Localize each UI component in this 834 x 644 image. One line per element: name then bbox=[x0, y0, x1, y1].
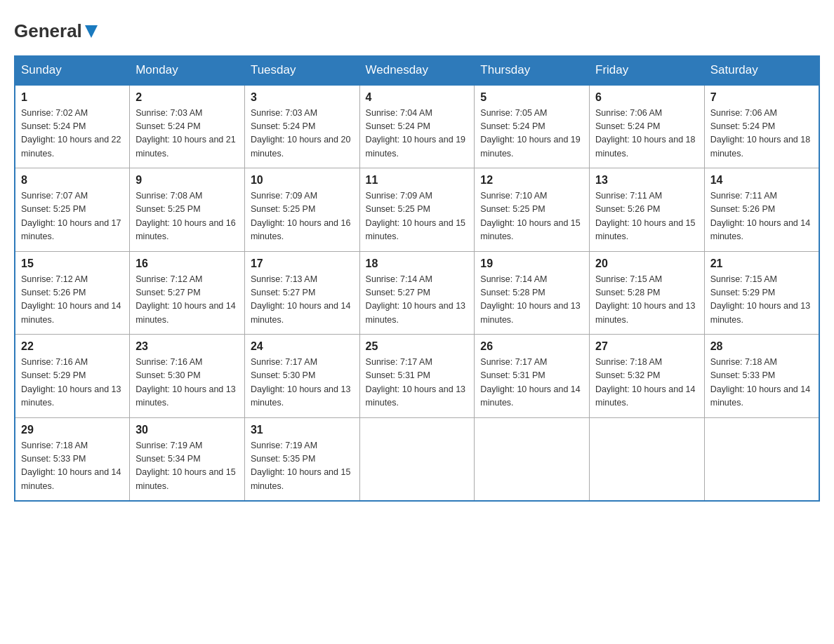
calendar-cell: 10Sunrise: 7:09 AMSunset: 5:25 PMDayligh… bbox=[244, 168, 359, 252]
calendar-cell: 24Sunrise: 7:17 AMSunset: 5:30 PMDayligh… bbox=[244, 335, 359, 418]
calendar-cell: 29Sunrise: 7:18 AMSunset: 5:33 PMDayligh… bbox=[15, 417, 130, 501]
column-header-monday: Monday bbox=[130, 55, 245, 85]
day-number: 12 bbox=[480, 174, 583, 187]
day-number: 7 bbox=[710, 91, 813, 104]
day-number: 24 bbox=[251, 340, 354, 353]
day-info: Sunrise: 7:15 AMSunset: 5:28 PMDaylight:… bbox=[595, 273, 699, 328]
day-info: Sunrise: 7:11 AMSunset: 5:26 PMDaylight:… bbox=[595, 189, 699, 244]
calendar-week-row: 29Sunrise: 7:18 AMSunset: 5:33 PMDayligh… bbox=[15, 417, 819, 501]
calendar-cell: 4Sunrise: 7:04 AMSunset: 5:24 PMDaylight… bbox=[359, 85, 475, 168]
day-number: 21 bbox=[710, 257, 813, 270]
day-number: 23 bbox=[135, 340, 239, 353]
day-info: Sunrise: 7:16 AMSunset: 5:29 PMDaylight:… bbox=[21, 356, 124, 410]
day-number: 2 bbox=[135, 91, 239, 104]
calendar-cell: 9Sunrise: 7:08 AMSunset: 5:25 PMDaylight… bbox=[130, 168, 245, 252]
column-header-tuesday: Tuesday bbox=[244, 55, 359, 85]
day-info: Sunrise: 7:12 AMSunset: 5:26 PMDaylight:… bbox=[21, 273, 124, 328]
calendar-cell bbox=[359, 417, 475, 501]
day-number: 20 bbox=[595, 257, 699, 270]
day-info: Sunrise: 7:08 AMSunset: 5:25 PMDaylight:… bbox=[135, 189, 239, 244]
day-number: 29 bbox=[21, 424, 124, 436]
calendar-cell: 14Sunrise: 7:11 AMSunset: 5:26 PMDayligh… bbox=[704, 168, 819, 252]
calendar-cell: 17Sunrise: 7:13 AMSunset: 5:27 PMDayligh… bbox=[244, 251, 359, 335]
day-info: Sunrise: 7:06 AMSunset: 5:24 PMDaylight:… bbox=[710, 107, 813, 161]
day-number: 28 bbox=[710, 340, 813, 353]
calendar-cell: 30Sunrise: 7:19 AMSunset: 5:34 PMDayligh… bbox=[130, 417, 245, 501]
day-number: 8 bbox=[21, 174, 124, 187]
calendar-cell: 27Sunrise: 7:18 AMSunset: 5:32 PMDayligh… bbox=[590, 335, 705, 418]
day-info: Sunrise: 7:06 AMSunset: 5:24 PMDaylight:… bbox=[595, 107, 699, 161]
day-number: 25 bbox=[366, 340, 469, 353]
day-info: Sunrise: 7:13 AMSunset: 5:27 PMDaylight:… bbox=[251, 273, 354, 328]
day-number: 27 bbox=[595, 340, 699, 353]
day-info: Sunrise: 7:17 AMSunset: 5:30 PMDaylight:… bbox=[251, 356, 354, 410]
day-info: Sunrise: 7:12 AMSunset: 5:27 PMDaylight:… bbox=[135, 273, 239, 328]
day-number: 1 bbox=[21, 91, 124, 104]
logo-arrow-icon bbox=[84, 24, 99, 39]
day-info: Sunrise: 7:10 AMSunset: 5:25 PMDaylight:… bbox=[480, 189, 583, 244]
calendar-cell: 12Sunrise: 7:10 AMSunset: 5:25 PMDayligh… bbox=[475, 168, 590, 252]
column-header-wednesday: Wednesday bbox=[359, 55, 475, 85]
calendar-cell: 21Sunrise: 7:15 AMSunset: 5:29 PMDayligh… bbox=[704, 251, 819, 335]
calendar-week-row: 15Sunrise: 7:12 AMSunset: 5:26 PMDayligh… bbox=[15, 251, 819, 335]
calendar-week-row: 22Sunrise: 7:16 AMSunset: 5:29 PMDayligh… bbox=[15, 335, 819, 418]
day-info: Sunrise: 7:07 AMSunset: 5:25 PMDaylight:… bbox=[21, 189, 124, 244]
day-info: Sunrise: 7:09 AMSunset: 5:25 PMDaylight:… bbox=[251, 189, 354, 244]
calendar-cell: 15Sunrise: 7:12 AMSunset: 5:26 PMDayligh… bbox=[15, 251, 130, 335]
column-header-sunday: Sunday bbox=[15, 55, 130, 85]
calendar-cell bbox=[475, 417, 590, 501]
day-info: Sunrise: 7:19 AMSunset: 5:34 PMDaylight:… bbox=[135, 439, 239, 494]
calendar-cell: 28Sunrise: 7:18 AMSunset: 5:33 PMDayligh… bbox=[704, 335, 819, 418]
calendar-cell: 11Sunrise: 7:09 AMSunset: 5:25 PMDayligh… bbox=[359, 168, 475, 252]
day-info: Sunrise: 7:18 AMSunset: 5:32 PMDaylight:… bbox=[595, 356, 699, 410]
day-number: 18 bbox=[366, 257, 469, 270]
calendar-cell: 23Sunrise: 7:16 AMSunset: 5:30 PMDayligh… bbox=[130, 335, 245, 418]
column-header-friday: Friday bbox=[590, 55, 705, 85]
calendar-cell: 1Sunrise: 7:02 AMSunset: 5:24 PMDaylight… bbox=[15, 85, 130, 168]
calendar-cell: 26Sunrise: 7:17 AMSunset: 5:31 PMDayligh… bbox=[475, 335, 590, 418]
day-info: Sunrise: 7:02 AMSunset: 5:24 PMDaylight:… bbox=[21, 107, 124, 161]
calendar-cell bbox=[590, 417, 705, 501]
day-number: 9 bbox=[135, 174, 239, 187]
day-number: 6 bbox=[595, 91, 699, 104]
day-info: Sunrise: 7:11 AMSunset: 5:26 PMDaylight:… bbox=[710, 189, 813, 244]
day-number: 4 bbox=[366, 91, 469, 104]
day-info: Sunrise: 7:16 AMSunset: 5:30 PMDaylight:… bbox=[135, 356, 239, 410]
day-number: 11 bbox=[366, 174, 469, 187]
calendar-cell: 22Sunrise: 7:16 AMSunset: 5:29 PMDayligh… bbox=[15, 335, 130, 418]
calendar-cell: 8Sunrise: 7:07 AMSunset: 5:25 PMDaylight… bbox=[15, 168, 130, 252]
day-number: 5 bbox=[480, 91, 583, 104]
day-info: Sunrise: 7:17 AMSunset: 5:31 PMDaylight:… bbox=[480, 356, 583, 410]
day-number: 19 bbox=[480, 257, 583, 270]
day-number: 31 bbox=[251, 424, 354, 436]
logo-main-text: General bbox=[14, 21, 82, 41]
calendar-cell: 25Sunrise: 7:17 AMSunset: 5:31 PMDayligh… bbox=[359, 335, 475, 418]
calendar-cell bbox=[704, 417, 819, 501]
calendar-cell: 7Sunrise: 7:06 AMSunset: 5:24 PMDaylight… bbox=[704, 85, 819, 168]
day-info: Sunrise: 7:19 AMSunset: 5:35 PMDaylight:… bbox=[251, 439, 354, 494]
calendar-cell: 5Sunrise: 7:05 AMSunset: 5:24 PMDaylight… bbox=[475, 85, 590, 168]
column-header-saturday: Saturday bbox=[704, 55, 819, 85]
day-number: 13 bbox=[595, 174, 699, 187]
day-info: Sunrise: 7:18 AMSunset: 5:33 PMDaylight:… bbox=[710, 356, 813, 410]
calendar-cell: 31Sunrise: 7:19 AMSunset: 5:35 PMDayligh… bbox=[244, 417, 359, 501]
day-info: Sunrise: 7:03 AMSunset: 5:24 PMDaylight:… bbox=[135, 107, 239, 161]
calendar-cell: 19Sunrise: 7:14 AMSunset: 5:28 PMDayligh… bbox=[475, 251, 590, 335]
day-info: Sunrise: 7:15 AMSunset: 5:29 PMDaylight:… bbox=[710, 273, 813, 328]
day-number: 26 bbox=[480, 340, 583, 353]
calendar-week-row: 1Sunrise: 7:02 AMSunset: 5:24 PMDaylight… bbox=[15, 85, 819, 168]
day-info: Sunrise: 7:05 AMSunset: 5:24 PMDaylight:… bbox=[480, 107, 583, 161]
day-number: 22 bbox=[21, 340, 124, 353]
day-info: Sunrise: 7:18 AMSunset: 5:33 PMDaylight:… bbox=[21, 439, 124, 494]
calendar-cell: 16Sunrise: 7:12 AMSunset: 5:27 PMDayligh… bbox=[130, 251, 245, 335]
day-info: Sunrise: 7:04 AMSunset: 5:24 PMDaylight:… bbox=[366, 107, 469, 161]
calendar-cell: 20Sunrise: 7:15 AMSunset: 5:28 PMDayligh… bbox=[590, 251, 705, 335]
calendar-cell: 13Sunrise: 7:11 AMSunset: 5:26 PMDayligh… bbox=[590, 168, 705, 252]
day-number: 15 bbox=[21, 257, 124, 270]
day-number: 3 bbox=[251, 91, 354, 104]
logo: General bbox=[14, 21, 99, 41]
calendar-cell: 3Sunrise: 7:03 AMSunset: 5:24 PMDaylight… bbox=[244, 85, 359, 168]
calendar-cell: 18Sunrise: 7:14 AMSunset: 5:27 PMDayligh… bbox=[359, 251, 475, 335]
calendar-cell: 6Sunrise: 7:06 AMSunset: 5:24 PMDaylight… bbox=[590, 85, 705, 168]
day-number: 14 bbox=[710, 174, 813, 187]
